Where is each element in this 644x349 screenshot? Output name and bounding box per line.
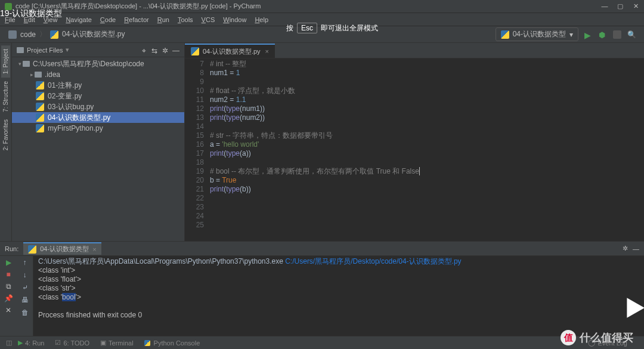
code-line[interactable] — [210, 78, 644, 87]
window-minimize-button[interactable]: — — [601, 2, 608, 10]
layout-icon[interactable]: ⧉ — [4, 282, 13, 291]
window-titlebar: code [C:\Users\黑马程序员\Desktop\code] - ...… — [0, 0, 644, 13]
menu-window[interactable]: Window — [223, 16, 246, 23]
console-finished: Process finished with exit code 0 — [38, 311, 639, 320]
code-line[interactable]: # str -- 字符串，特点：数据都要带引号 — [210, 131, 644, 140]
python-file-icon — [501, 30, 509, 39]
code-line[interactable]: # bool -- 布尔型，通常判断使用，布尔型有两个取值 True 和 Fal… — [210, 167, 644, 176]
code-line[interactable]: print(type(a)) — [210, 149, 644, 158]
status-run[interactable]: ▶4: Run — [18, 339, 44, 347]
code-editor[interactable]: 78910111213141516171819202122232425 # in… — [185, 58, 644, 241]
tool-tab-favorites[interactable]: 2: Favorites — [1, 116, 10, 154]
console-command: C:\Users\黑马程序员\AppData\Local\Programs\Py… — [38, 257, 639, 266]
tree-root-label: C:\Users\黑马程序员\Desktop\code — [33, 59, 144, 69]
code-line[interactable]: # int -- 整型 — [210, 60, 644, 69]
status-terminal[interactable]: ▣Terminal — [100, 339, 134, 347]
code-line[interactable]: print(type(num2)) — [210, 113, 644, 122]
status-python-console[interactable]: Python Console — [144, 339, 200, 347]
menu-code[interactable]: Code — [100, 16, 116, 23]
close-icon[interactable]: ✕ — [4, 306, 13, 314]
breadcrumb-separator: 〉 — [39, 29, 47, 39]
chevron-down-icon: ▾ — [569, 30, 573, 39]
tool-tab-structure[interactable]: 7: Structure — [1, 78, 10, 116]
stop-button[interactable]: ■ — [4, 270, 13, 279]
overlay-lesson-label: 19-认识数据类型 — [0, 8, 62, 19]
debug-button[interactable]: ⬢ — [599, 30, 607, 39]
code-line[interactable] — [210, 221, 644, 230]
menu-navigate[interactable]: Navigate — [66, 16, 91, 23]
search-everywhere-button[interactable]: 🔍 — [627, 30, 636, 39]
python-file-icon — [50, 30, 58, 39]
hide-icon[interactable]: — — [633, 245, 639, 252]
line-number-gutter: 78910111213141516171819202122232425 — [185, 60, 210, 241]
status-todo[interactable]: ☑6: TODO — [55, 339, 89, 347]
tree-item-label: myFirstPython.py — [48, 124, 103, 132]
python-file-icon — [36, 81, 44, 89]
chevron-down-icon[interactable]: ▾ — [66, 46, 69, 54]
fullscreen-exit-hint: 按 Esc 即可退出全屏模式 — [286, 23, 378, 33]
tree-item[interactable]: 03-认识bug.py — [12, 101, 184, 112]
project-tree[interactable]: ▾ C:\Users\黑马程序员\Desktop\code ▸.idea01-注… — [12, 57, 184, 135]
tree-item[interactable]: 01-注释.py — [12, 80, 184, 91]
editor-tab[interactable]: 04-认识数据类型.py × — [185, 44, 275, 58]
stop-button[interactable] — [613, 30, 621, 39]
code-line[interactable]: num1 = 1 — [210, 69, 644, 78]
down-icon[interactable]: ↓ — [23, 271, 27, 280]
tree-item[interactable]: 02-变量.py — [12, 91, 184, 101]
run-config-selector[interactable]: 04-认识数据类型 ▾ — [496, 27, 578, 41]
window-maximize-button[interactable]: ▢ — [617, 2, 624, 10]
tool-tab-project[interactable]: 1: Project — [1, 45, 10, 78]
menu-help[interactable]: Help — [255, 16, 268, 23]
editor-tab-label: 04-认识数据类型.py — [203, 47, 261, 56]
locate-icon[interactable]: ⌖ — [140, 47, 147, 54]
collapse-all-icon[interactable]: ⇆ — [151, 47, 158, 54]
tree-item[interactable]: myFirstPython.py — [12, 123, 184, 134]
tool-windows-button[interactable]: ◫ — [6, 339, 12, 347]
menu-tools[interactable]: Tools — [178, 16, 193, 23]
wrap-icon[interactable]: ⤶ — [22, 283, 28, 292]
window-close-button[interactable]: ✕ — [632, 2, 639, 10]
pin-icon[interactable]: 📌 — [4, 294, 13, 302]
video-play-overlay[interactable] — [622, 295, 644, 322]
rerun-button[interactable]: ▶ — [4, 258, 13, 267]
close-tab-icon[interactable]: × — [265, 48, 269, 55]
menu-run[interactable]: Run — [157, 16, 169, 23]
expand-arrow-icon[interactable]: ▸ — [29, 72, 35, 78]
code-line[interactable] — [210, 212, 644, 221]
up-icon[interactable]: ↑ — [23, 258, 27, 267]
code-line[interactable]: b = True — [210, 176, 644, 185]
menu-vcs[interactable]: VCS — [202, 16, 215, 23]
code-line[interactable] — [210, 122, 644, 131]
run-button[interactable]: ▶ — [584, 30, 593, 39]
tree-item[interactable]: ▸.idea — [12, 69, 184, 80]
project-view-title[interactable]: Project Files — [27, 47, 63, 54]
breadcrumb-root[interactable]: code — [20, 30, 36, 39]
code-line[interactable]: print(type(b)) — [210, 185, 644, 194]
hide-icon[interactable]: — — [172, 47, 179, 54]
console-output[interactable]: C:\Users\黑马程序员\AppData\Local\Programs\Py… — [33, 256, 644, 349]
svg-marker-0 — [627, 298, 644, 318]
expand-arrow-icon[interactable]: ▾ — [17, 61, 23, 67]
editor-tabstrip: 04-认识数据类型.py × — [185, 43, 644, 58]
code-line[interactable] — [210, 158, 644, 167]
code-line[interactable] — [210, 203, 644, 212]
code-line[interactable]: print(type(num1)) — [210, 104, 644, 113]
code-line[interactable] — [210, 194, 644, 203]
run-tab-label: 04-认识数据类型 — [40, 245, 89, 254]
settings-icon[interactable]: ✲ — [162, 47, 169, 54]
code-line[interactable]: # float -- 浮点型，就是小数 — [210, 87, 644, 95]
code-content[interactable]: # int -- 整型num1 = 1# float -- 浮点型，就是小数nu… — [210, 60, 644, 241]
tree-root[interactable]: ▾ C:\Users\黑马程序员\Desktop\code — [12, 58, 184, 69]
trash-icon[interactable]: 🗑 — [21, 308, 29, 317]
tree-item-label: 02-变量.py — [48, 91, 82, 101]
code-line[interactable]: num2 = 1.1 — [210, 95, 644, 104]
settings-icon[interactable]: ✲ — [623, 245, 628, 252]
breadcrumb-file[interactable]: 04-认识数据类型.py — [62, 29, 125, 39]
tree-item[interactable]: 04-认识数据类型.py — [12, 112, 184, 123]
print-icon[interactable]: 🖶 — [21, 296, 29, 305]
run-tab[interactable]: 04-认识数据类型 × — [23, 242, 101, 255]
menu-refactor[interactable]: Refactor — [124, 16, 149, 23]
close-tab-icon[interactable]: × — [92, 246, 96, 253]
console-line: <class 'float'> — [38, 275, 639, 284]
code-line[interactable]: a = 'hello world' — [210, 140, 644, 149]
